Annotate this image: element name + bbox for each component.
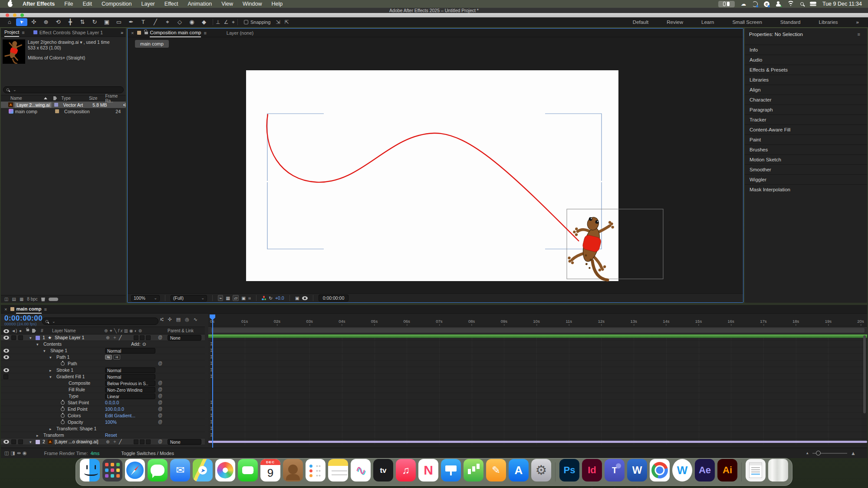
properties-item-effects-presets[interactable]: Effects & Presets <box>745 65 867 75</box>
parent-link-column[interactable]: Parent & Link <box>168 328 194 333</box>
row-label[interactable]: Colors <box>68 413 81 418</box>
comp-mini-flowchart-icon[interactable]: ⑆ <box>161 317 164 322</box>
workspace-review[interactable]: Review <box>658 20 692 25</box>
parent-dropdown[interactable]: None⌄ <box>168 439 201 445</box>
track-row[interactable]: I <box>208 373 867 380</box>
track-row[interactable] <box>208 380 867 386</box>
audio-toggle-box[interactable] <box>11 439 16 444</box>
eye-toggle-box[interactable] <box>3 374 8 379</box>
close-tab-icon[interactable]: × <box>4 307 7 312</box>
properties-item-audio[interactable]: Audio <box>745 55 867 65</box>
row-label[interactable]: Shape Layer 1 <box>55 335 84 340</box>
camera-tool-icon[interactable]: ▣ <box>101 18 112 26</box>
interpret-footage-icon[interactable]: ◫ <box>4 297 8 301</box>
label-color-chip[interactable] <box>54 103 58 107</box>
keynote-icon[interactable] <box>441 459 461 481</box>
creative-cloud-icon[interactable] <box>752 1 758 7</box>
fast-preview-icon[interactable]: ⌁ <box>218 295 223 301</box>
row-label[interactable]: Transform: Shape 1 <box>56 426 96 431</box>
dock-item-teams[interactable]: T <box>603 459 626 485</box>
menu-item-file[interactable]: File <box>59 0 78 8</box>
axis-world-icon[interactable]: ∠ <box>224 19 228 25</box>
track-row[interactable]: I <box>208 400 867 406</box>
draft-3d-icon[interactable]: ✣ <box>168 317 172 322</box>
pickwhip-icon[interactable]: @ <box>158 393 162 398</box>
switch-box[interactable] <box>140 439 145 444</box>
dock-item-aftereffects[interactable]: Ae <box>694 459 716 485</box>
tab-composition[interactable]: Composition main comp <box>150 29 201 37</box>
expander-icon[interactable]: ▾ <box>30 336 32 340</box>
photoshop-icon[interactable]: Ps <box>559 459 579 481</box>
property-row[interactable]: ▸TransformReset <box>1 432 205 439</box>
properties-item-align[interactable]: Align <box>745 85 867 95</box>
tab-effect-controls[interactable]: Effect Controls Shape Layer 1 <box>39 30 103 35</box>
property-row[interactable]: Start Point0.0,0.0@ <box>1 400 205 406</box>
stopwatch-icon[interactable] <box>61 420 65 424</box>
workspace-learn[interactable]: Learn <box>692 20 723 25</box>
add-shape-button[interactable]: Add: <box>131 341 141 347</box>
close-window-button[interactable] <box>6 13 9 17</box>
show-snapshot-icon[interactable] <box>302 296 308 300</box>
appstore-icon[interactable]: A <box>509 459 529 481</box>
edge-status-icon[interactable]: e <box>764 1 769 7</box>
toggle-switches-button[interactable]: Toggle Switches / Modes <box>121 451 174 456</box>
comp-viewer[interactable] <box>128 37 743 293</box>
pickwhip-icon[interactable]: @ <box>158 400 162 405</box>
stopwatch-icon[interactable] <box>61 414 65 418</box>
footage-thumbnail[interactable] <box>3 39 25 64</box>
frame-blend-icon[interactable]: ◎ <box>185 317 189 322</box>
project-row[interactable]: main compComposition24 <box>1 108 126 115</box>
dock-item-messages[interactable] <box>146 459 169 485</box>
channel-icon[interactable] <box>262 296 266 300</box>
dock-item-appletv[interactable]: tv <box>372 459 395 485</box>
teams-status-icon[interactable] <box>776 1 781 7</box>
document-icon[interactable] <box>746 459 766 481</box>
pickwhip-icon[interactable]: @ <box>158 413 162 418</box>
track-row[interactable]: I <box>208 347 867 354</box>
comp-panel-menu-icon[interactable]: ≡ <box>204 30 206 36</box>
dock-item-safari[interactable] <box>124 459 146 485</box>
track-row[interactable]: I <box>208 413 867 419</box>
current-time-display[interactable]: 0:00:00:00 <box>1 314 43 321</box>
dock-item-contacts[interactable] <box>282 459 304 485</box>
clone-stamp-tool-icon[interactable]: ⌖ <box>162 18 173 26</box>
quality-switch-icon[interactable]: ⊕ <box>106 439 110 444</box>
row-label[interactable]: Stroke 1 <box>56 367 73 373</box>
calendar-icon[interactable]: DEC9 <box>260 459 280 481</box>
blend-mode-dropdown[interactable]: Normal⌄ <box>105 367 155 373</box>
contacts-icon[interactable] <box>283 459 303 481</box>
workspace-standard[interactable]: Standard <box>771 20 810 25</box>
dock-item-calendar[interactable]: DEC9 <box>259 459 282 485</box>
tab-project[interactable]: Project <box>4 28 19 37</box>
solo-toggle-box[interactable] <box>18 439 23 444</box>
pickwhip-icon[interactable]: @ <box>158 361 162 366</box>
finder-icon[interactable] <box>80 459 100 481</box>
snap-features-icon[interactable]: ⇲ <box>276 19 280 25</box>
eye-icon[interactable] <box>3 355 9 359</box>
orbit-camera-tool-icon[interactable]: ⟲ <box>53 18 64 26</box>
row-label[interactable]: Transform <box>43 432 64 438</box>
eraser-tool-icon[interactable]: ◇ <box>174 18 185 26</box>
appletv-icon[interactable]: tv <box>373 459 393 481</box>
dock-item-pages[interactable]: ✎ <box>485 459 507 485</box>
blend-mode-dropdown[interactable]: Normal⌄ <box>105 348 155 354</box>
rectangle-tool-icon[interactable]: ▭ <box>113 18 125 26</box>
dock-item-wapp[interactable]: W <box>671 459 694 485</box>
property-value[interactable]: 0.0,0.0 <box>105 400 119 405</box>
eye-icon[interactable] <box>3 336 9 340</box>
track-row[interactable]: I <box>208 341 867 347</box>
trash-icon[interactable] <box>768 459 788 481</box>
row-label[interactable]: Start Point <box>68 400 89 405</box>
expander-icon[interactable]: ▾ <box>49 375 52 379</box>
quality-slash-icon[interactable]: ╱ <box>119 439 122 444</box>
menu-item-view[interactable]: View <box>217 0 238 8</box>
music-icon[interactable]: ♫ <box>396 459 416 481</box>
word-icon[interactable]: W <box>627 459 647 481</box>
menu-item-edit[interactable]: Edit <box>78 0 97 8</box>
dock-item-chrome[interactable] <box>648 459 671 485</box>
row-label[interactable]: Gradient Fill 1 <box>56 374 85 379</box>
dock-item-notes[interactable] <box>327 459 349 485</box>
dock-item-numbers[interactable] <box>462 459 485 485</box>
mask-visibility-icon[interactable]: ▱ <box>233 295 239 301</box>
track-row[interactable]: I <box>208 367 867 373</box>
